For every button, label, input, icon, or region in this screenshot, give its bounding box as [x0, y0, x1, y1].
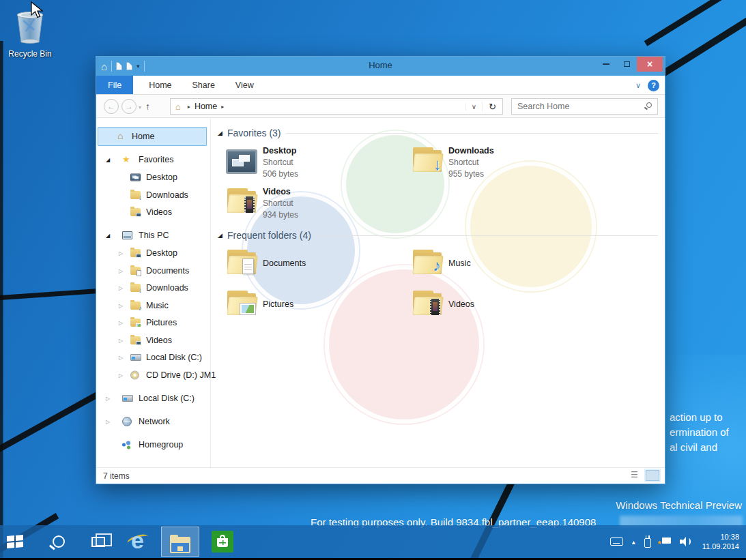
sidebar-item-desktop[interactable]: Desktop: [96, 169, 209, 186]
videos-folder-icon[interactable]: [412, 290, 443, 316]
clock-date: 11.09.2014: [702, 542, 739, 551]
address-bar[interactable]: ⌂ ▸ Home ▸ ∨ ↻: [170, 98, 503, 115]
documents-folder-icon: [130, 267, 141, 275]
help-icon[interactable]: ?: [648, 80, 659, 91]
sidebar-item-pc-music[interactable]: ▷ ♪ Music: [96, 297, 209, 314]
file-item-videos[interactable]: Videos Shortcut 934 bytes: [263, 186, 298, 221]
internet-explorer-button[interactable]: e: [123, 527, 153, 557]
collapsed-arrow-icon[interactable]: ▷: [119, 250, 123, 256]
minimize-icon: [603, 63, 609, 65]
group-header-frequent-folders[interactable]: ◢ Frequent folders (4): [218, 230, 658, 241]
close-button[interactable]: ×: [637, 57, 663, 72]
collapsed-arrow-icon[interactable]: ▷: [119, 268, 123, 274]
ribbon-collapse-icon[interactable]: ∨: [635, 81, 641, 90]
sidebar-item-label: Videos: [146, 336, 172, 345]
collapsed-arrow-icon[interactable]: ▷: [106, 396, 110, 402]
item-kind: Shortcut: [263, 157, 298, 168]
desktop-shortcut-icon[interactable]: [226, 149, 257, 174]
tab-file[interactable]: File: [96, 76, 133, 94]
expanded-arrow-icon[interactable]: ◢: [106, 157, 110, 163]
sidebar-item-local-disk-c[interactable]: ▷ Local Disk (C:): [96, 349, 209, 366]
taskbar: e ▴ * 10:38 11.09.2014: [0, 525, 746, 560]
sidebar-item-home[interactable]: ⌂ Home: [96, 128, 209, 145]
address-dropdown-icon[interactable]: ∨: [465, 103, 482, 110]
network-status-icon[interactable]: *: [660, 537, 671, 546]
tab-share[interactable]: Share: [182, 76, 225, 94]
status-bar: 7 items: [96, 467, 665, 484]
sidebar-item-pc-pictures[interactable]: ▷ Pictures: [96, 314, 209, 331]
folder-item-videos[interactable]: Videos: [448, 299, 474, 309]
item-size: 506 bytes: [263, 168, 298, 180]
power-icon[interactable]: [644, 538, 651, 548]
store-button[interactable]: [207, 527, 238, 557]
videos-folder-icon[interactable]: [226, 188, 257, 213]
music-folder-icon: ♪: [130, 301, 141, 310]
volume-icon[interactable]: [680, 537, 691, 546]
clock-time: 10:38: [702, 532, 739, 542]
breadcrumb-home-icon[interactable]: ⌂: [175, 102, 181, 112]
pictures-folder-icon[interactable]: [226, 290, 257, 316]
navigation-pane: ⌂ Home ◢ ★ Favorites Desktop ↓ Downloads…: [96, 118, 211, 467]
up-button[interactable]: ↑: [145, 101, 150, 112]
sidebar-item-network[interactable]: ▷ Network: [96, 413, 209, 430]
sidebar-item-label: Favorites: [139, 155, 173, 164]
recent-locations-dropdown-icon[interactable]: ▾: [139, 104, 141, 110]
documents-folder-icon[interactable]: [226, 249, 257, 275]
collapsed-arrow-icon[interactable]: ▷: [119, 320, 123, 326]
collapsed-arrow-icon[interactable]: ▷: [119, 285, 123, 291]
music-folder-icon[interactable]: ♪: [412, 249, 443, 275]
tab-view[interactable]: View: [225, 76, 264, 94]
sidebar-item-favorites[interactable]: ◢ ★ Favorites: [96, 151, 209, 168]
sidebar-item-label: Local Disk (C:): [146, 353, 202, 362]
collapsed-arrow-icon[interactable]: ▷: [119, 355, 123, 361]
sidebar-item-pc-downloads[interactable]: ▷ ↓ Downloads: [96, 280, 209, 296]
breadcrumb-crumb[interactable]: Home: [195, 102, 217, 111]
task-view-button[interactable]: [83, 527, 113, 557]
sidebar-item-local-disk-c-root[interactable]: ▷ Local Disk (C:): [96, 390, 209, 407]
downloads-folder-icon[interactable]: ↓: [412, 147, 443, 173]
collapsed-arrow-icon[interactable]: ▷: [119, 338, 123, 344]
sidebar-item-pc-desktop[interactable]: ▷ Desktop: [96, 245, 209, 261]
tab-home[interactable]: Home: [139, 76, 182, 94]
sidebar-item-label: Downloads: [146, 190, 188, 200]
collapsed-arrow-icon[interactable]: ▷: [106, 419, 110, 425]
file-item-desktop[interactable]: Desktop Shortcut 506 bytes: [263, 145, 298, 180]
search-input[interactable]: [512, 99, 640, 114]
file-item-downloads[interactable]: Downloads Shortcut 955 bytes: [448, 145, 494, 180]
group-header-favorites[interactable]: ◢ Favorites (3): [218, 128, 658, 138]
refresh-icon[interactable]: ↻: [482, 102, 502, 112]
taskbar-clock[interactable]: 10:38 11.09.2014: [700, 532, 739, 551]
folder-item-documents[interactable]: Documents: [263, 259, 306, 268]
sidebar-item-homegroup[interactable]: Homegroup: [96, 437, 209, 453]
titlebar[interactable]: ⌂ ▾ Home ×: [96, 57, 665, 76]
item-name: Videos: [263, 186, 298, 198]
search-icon: [646, 102, 652, 108]
videos-folder-icon: [130, 208, 141, 216]
folder-item-pictures[interactable]: Pictures: [263, 299, 293, 309]
content-pane: ◢ Favorites (3) Desktop Shortcut 506 byt…: [212, 118, 665, 467]
file-explorer-button[interactable]: [161, 527, 199, 557]
back-button[interactable]: ←: [104, 99, 119, 114]
sidebar-item-this-pc[interactable]: ◢ This PC: [96, 227, 209, 244]
expanded-arrow-icon[interactable]: ◢: [106, 233, 110, 239]
maximize-button[interactable]: [616, 57, 637, 72]
forward-button[interactable]: →: [121, 99, 137, 114]
sidebar-item-videos[interactable]: Videos: [96, 204, 209, 220]
collapsed-arrow-icon[interactable]: ▷: [119, 372, 123, 379]
breadcrumb-separator-icon[interactable]: ▸: [221, 104, 224, 110]
collapsed-arrow-icon[interactable]: ▷: [119, 303, 123, 309]
folder-item-music[interactable]: Music: [448, 259, 471, 268]
taskbar-search-button[interactable]: [44, 527, 74, 557]
touch-keyboard-icon[interactable]: [610, 537, 623, 546]
sidebar-item-downloads[interactable]: ↓ Downloads: [96, 187, 209, 203]
sidebar-item-cd-drive[interactable]: ▷ CD Drive (D:) JM1: [96, 367, 209, 383]
thumbnails-view-icon[interactable]: [646, 470, 659, 481]
sidebar-item-pc-videos[interactable]: ▷ Videos: [96, 332, 209, 349]
search-box[interactable]: [511, 98, 658, 115]
show-hidden-icons-chevron[interactable]: ▴: [632, 538, 635, 546]
sidebar-item-pc-documents[interactable]: ▷ Documents: [96, 263, 209, 279]
start-button[interactable]: [0, 527, 30, 557]
minimize-button[interactable]: [596, 57, 616, 72]
watermark-title: Windows Technical Preview: [616, 499, 742, 511]
details-view-icon[interactable]: [629, 470, 642, 481]
